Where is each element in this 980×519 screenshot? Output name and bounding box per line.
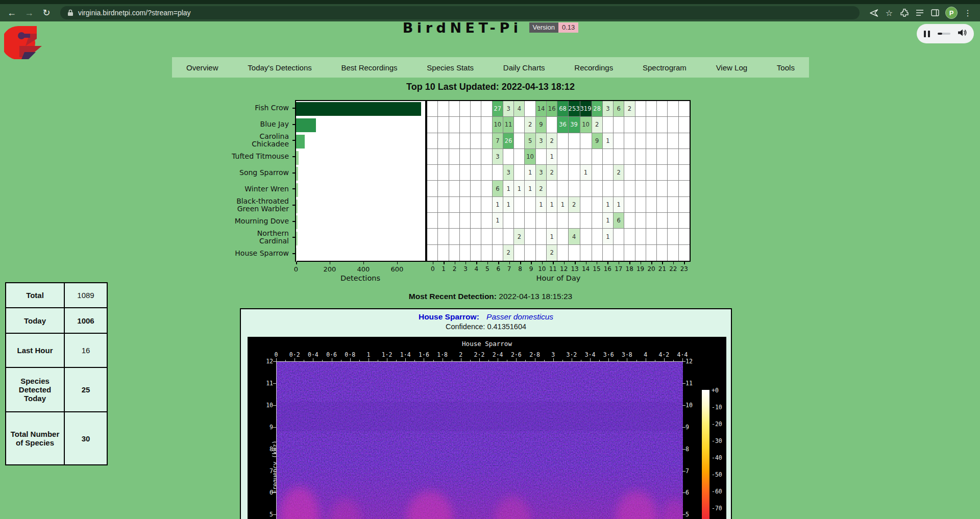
heatmap-cell bbox=[580, 149, 592, 165]
heatmap-cell bbox=[580, 197, 592, 213]
time-tick bbox=[516, 358, 517, 361]
detection-confidence: Confidence: 0.41351604 bbox=[241, 323, 731, 331]
stat-label-3: Species Detected Today bbox=[6, 367, 64, 412]
heatmap-cell bbox=[481, 133, 492, 149]
heatmap-cell bbox=[547, 181, 557, 196]
detection-scientific-name: Passer domesticus bbox=[486, 312, 553, 321]
heatmap-cell bbox=[614, 149, 624, 165]
volume-icon[interactable] bbox=[958, 29, 967, 39]
side-panel-icon[interactable] bbox=[930, 8, 940, 18]
heatmap-cell bbox=[557, 133, 568, 149]
detections-bar bbox=[296, 232, 298, 245]
time-tick-label: 2·6 bbox=[511, 351, 522, 358]
hour-tick bbox=[673, 262, 674, 264]
menu-dots-icon[interactable]: ⋮ bbox=[963, 8, 973, 18]
hour-tick-label: 17 bbox=[615, 265, 622, 273]
freq-tick-label-right: 9 bbox=[685, 424, 689, 431]
heatmap-cell bbox=[635, 101, 646, 117]
time-tick-label: 1·8 bbox=[437, 351, 448, 358]
extensions-puzzle-icon[interactable] bbox=[899, 8, 910, 18]
heatmap-cell bbox=[460, 213, 471, 229]
heatmap-cell bbox=[525, 197, 535, 213]
heatmap-cell: 2 bbox=[614, 165, 624, 181]
heatmap-cell bbox=[503, 213, 514, 229]
birdnet-logo bbox=[4, 24, 51, 61]
species-label: Black-throatedGreen Warbler bbox=[172, 197, 289, 213]
heatmap-cell bbox=[449, 213, 460, 229]
db-tick-label: -40 bbox=[712, 454, 722, 461]
audio-scrubber[interactable] bbox=[938, 33, 950, 35]
heatmap-cell bbox=[635, 165, 646, 181]
heatmap-cell: 68 bbox=[557, 101, 568, 117]
detections-tick-label: 0 bbox=[294, 265, 298, 273]
heatmap-cell bbox=[557, 229, 568, 244]
nav-item-overview[interactable]: Overview bbox=[186, 63, 218, 72]
heatmap-cell bbox=[603, 149, 614, 165]
freq-tick-label-left: 6 bbox=[263, 489, 273, 496]
freq-tick-label-right: 11 bbox=[685, 380, 693, 387]
stat-value-3[interactable]: 25 bbox=[64, 367, 107, 412]
stat-value-4[interactable]: 30 bbox=[64, 412, 107, 465]
time-tick-label: 0 bbox=[275, 351, 278, 358]
hour-tick bbox=[586, 262, 587, 264]
nav-item-species-stats[interactable]: Species Stats bbox=[427, 63, 474, 72]
audio-player[interactable] bbox=[917, 24, 974, 43]
heatmap-cell bbox=[427, 245, 438, 261]
nav-item-recordings[interactable]: Recordings bbox=[574, 63, 613, 72]
time-tick bbox=[646, 358, 646, 361]
reading-list-icon[interactable] bbox=[915, 8, 925, 18]
hour-tick-label: 20 bbox=[647, 265, 655, 273]
heatmap-cell: 3 bbox=[503, 165, 514, 181]
back-icon[interactable]: ← bbox=[4, 6, 19, 20]
heatmap-cell bbox=[493, 229, 503, 244]
species-label: Song Sparrow bbox=[172, 165, 289, 181]
nav-item-todays-detections[interactable]: Today's Detections bbox=[248, 63, 311, 72]
db-colorbar bbox=[702, 390, 709, 519]
nav-item-spectrogram[interactable]: Spectrogram bbox=[643, 63, 687, 72]
hour-tick-label: 11 bbox=[549, 265, 557, 273]
reload-icon[interactable]: ↻ bbox=[39, 6, 54, 20]
heatmap-cell bbox=[481, 165, 492, 181]
forward-icon[interactable]: → bbox=[21, 6, 37, 20]
nav-item-view-log[interactable]: View Log bbox=[716, 63, 747, 72]
time-minor-tick bbox=[359, 360, 360, 361]
heatmap-cell bbox=[603, 245, 614, 261]
nav-item-daily-charts[interactable]: Daily Charts bbox=[503, 63, 545, 72]
heatmap-cell bbox=[449, 133, 460, 149]
heatmap-cell bbox=[569, 149, 580, 165]
detection-species[interactable]: House Sparrow: bbox=[419, 312, 479, 321]
species-label: Tufted Titmouse bbox=[172, 149, 289, 165]
hour-tick bbox=[684, 262, 685, 264]
heatmap-cell: 253 bbox=[569, 101, 580, 117]
heatmap-cell bbox=[460, 245, 471, 261]
nav-item-tools[interactable]: Tools bbox=[777, 63, 795, 72]
freq-tick bbox=[682, 383, 685, 384]
time-minor-tick bbox=[581, 360, 581, 361]
confidence-value: 0.41351604 bbox=[487, 323, 526, 331]
address-bar[interactable]: virginia.birdnetpi.com/?stream=play bbox=[60, 6, 860, 19]
time-tick-label: 1·4 bbox=[400, 351, 411, 358]
hour-tick-label: 5 bbox=[485, 265, 489, 273]
heatmap-cell bbox=[635, 197, 646, 213]
species-label: CarolinaChickadee bbox=[172, 132, 289, 149]
hour-tick-label: 13 bbox=[571, 265, 578, 273]
nav-item-best-recordings[interactable]: Best Recordings bbox=[341, 63, 398, 72]
stat-value-1[interactable]: 1006 bbox=[64, 308, 107, 333]
heatmap-cell: 6 bbox=[614, 213, 624, 229]
hour-tick bbox=[641, 262, 642, 264]
browser-chrome: ← → ↻ virginia.birdnetpi.com/?stream=pla… bbox=[0, 0, 980, 21]
hour-tick-label: 10 bbox=[538, 265, 546, 273]
bookmark-star-icon[interactable]: ☆ bbox=[884, 8, 894, 18]
hour-tick bbox=[476, 262, 477, 264]
time-tick bbox=[664, 358, 665, 361]
heatmap-cell bbox=[547, 213, 557, 229]
profile-avatar[interactable]: P bbox=[945, 7, 958, 19]
freq-tick-label-left: 12 bbox=[263, 358, 273, 365]
time-tick bbox=[535, 358, 535, 361]
send-icon[interactable] bbox=[869, 8, 879, 18]
heatmap-cell bbox=[592, 197, 603, 213]
heatmap-cell bbox=[603, 117, 614, 133]
hour-tick bbox=[509, 262, 510, 264]
heatmap-cell bbox=[481, 117, 492, 133]
pause-icon[interactable] bbox=[924, 31, 930, 37]
